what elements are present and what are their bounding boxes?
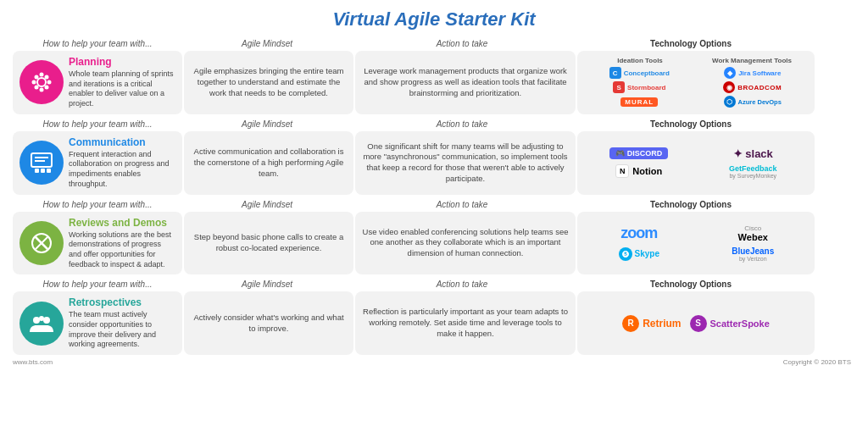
col1-header-communication: How to help your team with... bbox=[13, 118, 182, 130]
mindset-communication: Active communication and collaboration i… bbox=[184, 131, 353, 195]
tech-zoom: zoom bbox=[584, 224, 694, 242]
col4-header-reviews: Technology Options bbox=[572, 198, 810, 211]
svg-rect-13 bbox=[41, 169, 45, 173]
col1-header-planning: How to help your team with... bbox=[13, 37, 182, 50]
how-title-retrospectives: Retrospectives bbox=[69, 296, 175, 308]
tech-broadcom: ◉ BROADCOM bbox=[698, 81, 809, 93]
tech-communication: 🎮 DISCORD ✦ slack N Notion GetFeedback b… bbox=[577, 131, 815, 195]
mural-label: MURAL bbox=[620, 97, 658, 107]
tech-conceptboard: C Conceptboard bbox=[584, 67, 695, 79]
ideation-label: Ideation Tools bbox=[584, 57, 696, 64]
tech-retrospectives: R Retrium S ScatterSpoke bbox=[577, 291, 815, 355]
tech-azure: ⬡ Azure DevOps bbox=[698, 96, 809, 108]
col1-header-retrospectives: How to help your team with... bbox=[13, 278, 182, 291]
retrium-label: Retrium bbox=[643, 318, 681, 329]
col4-header-retrospectives: Technology Options bbox=[572, 278, 810, 291]
how-planning: Planning Whole team planning of sprints … bbox=[13, 51, 182, 114]
conceptboard-label: Conceptboard bbox=[624, 69, 670, 77]
getfeedback-sub: by SurveyMonkey bbox=[729, 173, 776, 179]
section-header-communication: How to help your team with... Agile Mind… bbox=[13, 118, 855, 130]
action-reviews: Use video enabled conferencing solutions… bbox=[355, 212, 576, 275]
col2-header-communication: Agile Mindset bbox=[182, 118, 352, 130]
footer-copyright: Copyright © 2020 BTS bbox=[783, 358, 851, 366]
svg-point-8 bbox=[45, 86, 49, 90]
svg-point-3 bbox=[32, 80, 36, 85]
mindset-retrospectives: Actively consider what's working and wha… bbox=[184, 291, 353, 355]
notion-label: Notion bbox=[632, 166, 662, 176]
section-communication: How to help your team with... Agile Mind… bbox=[13, 118, 855, 195]
action-retrospectives: Reflection is particularly important as … bbox=[355, 291, 576, 355]
how-retrospectives: Retrospectives The team must actively co… bbox=[13, 291, 182, 355]
bluejeans-label: BlueJeans bbox=[732, 246, 774, 256]
tech-slack: ✦ slack bbox=[698, 147, 809, 160]
azure-label: Azure DevOps bbox=[738, 98, 782, 106]
tech-reviews: zoom Cisco Webex Skype BlueJeans bbox=[577, 212, 815, 275]
col3-header-communication: Action to take bbox=[352, 118, 572, 130]
webex-label: Webex bbox=[738, 232, 768, 242]
page-title: Virtual Agile Starter Kit bbox=[13, 8, 855, 30]
footer-website: www.bts.com bbox=[13, 358, 783, 366]
tech-mural: MURAL bbox=[584, 97, 695, 107]
broadcom-label: BROADCOM bbox=[737, 84, 782, 91]
reviews-tech-grid: zoom Cisco Webex Skype BlueJeans bbox=[584, 224, 808, 262]
mindset-planning: Agile emphasizes bringing the entire tea… bbox=[184, 51, 353, 114]
footer: www.bts.com Copyright © 2020 BTS bbox=[13, 358, 855, 366]
section-reviews: How to help your team with... Agile Mind… bbox=[13, 198, 855, 275]
col1-header-reviews: How to help your team with... bbox=[13, 198, 182, 211]
cisco-prefix: Cisco bbox=[744, 224, 761, 232]
how-text-reviews: Reviews and Demos Working solutions are … bbox=[69, 217, 175, 270]
section-body-planning: Planning Whole team planning of sprints … bbox=[13, 51, 855, 114]
how-desc-reviews: Working solutions are the best demonstra… bbox=[69, 230, 175, 270]
page: Virtual Agile Starter Kit How to help yo… bbox=[0, 0, 868, 373]
col3-header-reviews: Action to take bbox=[352, 198, 572, 211]
conceptboard-icon: C bbox=[609, 67, 621, 79]
section-retrospectives: How to help your team with... Agile Mind… bbox=[13, 278, 855, 355]
how-communication: Communication Frequent interaction and c… bbox=[13, 131, 182, 195]
col3-header-planning: Action to take bbox=[352, 37, 572, 50]
col2-header-retrospectives: Agile Mindset bbox=[182, 278, 352, 291]
icon-reviews bbox=[19, 221, 64, 265]
svg-point-5 bbox=[35, 75, 39, 80]
svg-point-18 bbox=[33, 317, 40, 324]
tech-retrium: R Retrium bbox=[622, 315, 681, 332]
section-body-retrospectives: Retrospectives The team must actively co… bbox=[13, 291, 855, 355]
section-header-planning: How to help your team with... Agile Mind… bbox=[13, 37, 855, 50]
how-title-communication: Communication bbox=[69, 136, 175, 148]
how-text-planning: Planning Whole team planning of sprints … bbox=[69, 56, 175, 109]
jira-label: Jira Software bbox=[738, 69, 781, 77]
planning-tech-body: C Conceptboard ◆ Jira Software S Stormbo… bbox=[584, 67, 808, 108]
icon-planning bbox=[19, 60, 64, 104]
tech-bluejeans: BlueJeans by Verizon bbox=[698, 246, 809, 262]
col4-header-planning: Technology Options bbox=[572, 37, 810, 50]
work-label: Work Management Tools bbox=[696, 57, 808, 64]
mindset-reviews: Step beyond basic phone calls to create … bbox=[184, 212, 353, 275]
section-body-communication: Communication Frequent interaction and c… bbox=[13, 131, 855, 195]
tech-skype: Skype bbox=[584, 247, 694, 261]
svg-point-0 bbox=[37, 78, 46, 86]
col2-header-planning: Agile Mindset bbox=[182, 37, 352, 50]
how-title-reviews: Reviews and Demos bbox=[69, 217, 175, 229]
scatterspoke-icon: S bbox=[690, 315, 707, 332]
how-text-retrospectives: Retrospectives The team must actively co… bbox=[69, 296, 175, 350]
svg-rect-10 bbox=[35, 157, 48, 158]
section-body-reviews: Reviews and Demos Working solutions are … bbox=[13, 212, 855, 275]
svg-point-7 bbox=[35, 86, 39, 90]
how-text-communication: Communication Frequent interaction and c… bbox=[69, 136, 175, 190]
section-planning: How to help your team with... Agile Mind… bbox=[13, 37, 855, 114]
action-planning: Leverage work management products that o… bbox=[355, 51, 576, 114]
tech-stormboard: S Stormboard bbox=[584, 81, 695, 93]
section-header-retrospectives: How to help your team with... Agile Mind… bbox=[13, 278, 855, 291]
tech-getfeedback: GetFeedback by SurveyMonkey bbox=[698, 164, 809, 179]
how-title-planning: Planning bbox=[69, 56, 175, 68]
scatterspoke-label: ScatterSpoke bbox=[710, 318, 770, 329]
stormboard-label: Stormboard bbox=[627, 84, 665, 91]
col3-header-retrospectives: Action to take bbox=[352, 278, 572, 291]
svg-rect-14 bbox=[47, 169, 51, 173]
svg-rect-11 bbox=[35, 160, 45, 162]
notion-icon: N bbox=[615, 164, 629, 178]
planning-tech-grid: Ideation Tools Work Management Tools C C… bbox=[584, 57, 808, 108]
svg-point-1 bbox=[40, 73, 44, 77]
action-communication: One significant shift for many teams wil… bbox=[355, 131, 576, 195]
tech-notion: N Notion bbox=[584, 164, 694, 178]
azure-icon: ⬡ bbox=[724, 96, 736, 108]
